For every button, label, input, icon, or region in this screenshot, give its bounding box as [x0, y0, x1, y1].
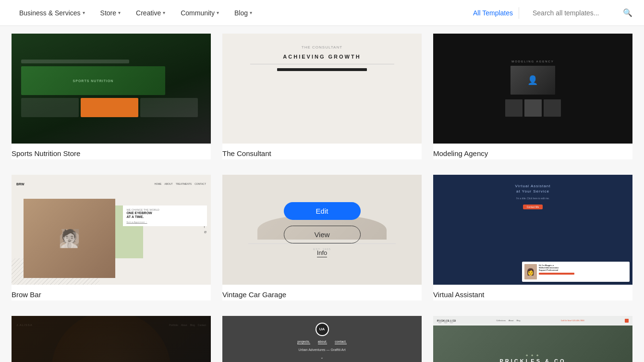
chevron-down-icon: ▾ — [118, 10, 121, 15]
card-label: Vintage Car Garage — [222, 285, 422, 301]
nav-divider — [519, 7, 519, 19]
chevron-down-icon: ▾ — [163, 10, 165, 15]
card-thumb-food[interactable]: J.ALISSA Portfolio About Blog Contact — [12, 316, 211, 362]
nav-label-creative: Creative — [136, 9, 161, 17]
card-thumb-plant[interactable]: PRICKLES & CO Collections About Blog Cal… — [433, 316, 632, 362]
edit-button[interactable]: Edit — [73, 350, 150, 362]
edit-button[interactable]: Edit — [495, 209, 571, 227]
chevron-down-icon: ▾ — [250, 10, 252, 15]
card-label: Sports Nutrition Store — [12, 144, 211, 159]
view-button[interactable]: View — [495, 91, 571, 109]
card-thumb-browbar[interactable]: BRW HOME ABOUT TREATMENTS CONTACT — [12, 175, 211, 285]
edit-button[interactable]: Edit — [73, 68, 150, 85]
card-thumb-virtual[interactable]: Virtual Assistantat Your Service I'm a t… — [433, 175, 632, 285]
nav-label-community: Community — [181, 9, 215, 17]
card-label: Brow Bar — [12, 285, 211, 301]
card-thumb-modeling[interactable]: MODELING AGENCY 👤 Ed — [433, 34, 632, 144]
edit-button[interactable]: Edit — [284, 202, 361, 220]
templates-grid-container: SPORTS NUTRITION Edit View — [0, 26, 644, 362]
card-modeling: MODELING AGENCY 👤 Ed — [433, 34, 632, 159]
nav-item-community[interactable]: Community ▾ — [173, 0, 227, 26]
view-button[interactable]: View — [495, 232, 571, 250]
card-thumb-consultant[interactable]: THE CONSULTANT ACHIEVING GROWTH Edit Vie… — [222, 34, 422, 144]
templates-grid: SPORTS NUTRITION Edit View — [12, 34, 632, 362]
card-thumb-vintage[interactable]: VINTAGE CAR GARAGE EST. 1965 Edit View I… — [222, 175, 422, 285]
nav-item-store[interactable]: Store ▾ — [93, 0, 128, 26]
all-templates-link[interactable]: All Templates — [473, 9, 513, 17]
view-button[interactable]: View — [284, 226, 361, 243]
nav-label-business: Business & Services — [19, 9, 81, 17]
view-button[interactable]: View — [284, 91, 361, 109]
card-label: The Consultant — [222, 144, 422, 159]
card-food: J.ALISSA Portfolio About Blog Contact — [12, 316, 211, 362]
card-overlay-visible: Edit View Info — [222, 175, 422, 285]
card-virtual: Virtual Assistantat Your Service I'm a t… — [433, 175, 632, 301]
nav-links: Business & Services ▾ Store ▾ Creative ▾… — [12, 0, 473, 26]
card-thumb-sports[interactable]: SPORTS NUTRITION Edit View — [12, 34, 211, 144]
search-input[interactable] — [533, 9, 619, 17]
card-browbar: BRW HOME ABOUT TREATMENTS CONTACT — [12, 175, 211, 301]
window-dots — [438, 320, 453, 324]
main-nav: Business & Services ▾ Store ▾ Creative ▾… — [0, 0, 644, 26]
chevron-down-icon: ▾ — [83, 10, 85, 15]
nav-search: 🔍 — [533, 8, 632, 17]
chevron-down-icon: ▾ — [217, 10, 219, 15]
view-button[interactable]: View — [73, 91, 150, 109]
nav-label-blog: Blog — [234, 9, 248, 17]
search-icon[interactable]: 🔍 — [623, 8, 632, 17]
dot — [438, 320, 442, 324]
edit-button[interactable]: Edit — [495, 68, 571, 85]
card-graffiti: UA projects. about. contact. Urban Adven… — [222, 316, 422, 362]
card-label: Virtual Assistant — [433, 285, 632, 301]
nav-item-business[interactable]: Business & Services ▾ — [12, 0, 93, 26]
info-tab[interactable]: Info — [317, 249, 328, 257]
nav-label-store: Store — [100, 9, 116, 17]
dot — [444, 320, 448, 324]
card-vintage: VINTAGE CAR GARAGE EST. 1965 Edit View I… — [222, 175, 422, 301]
nav-item-creative[interactable]: Creative ▾ — [128, 0, 173, 26]
dot — [450, 320, 453, 324]
edit-button[interactable]: Edit — [284, 68, 361, 85]
nav-item-blog[interactable]: Blog ▾ — [227, 0, 260, 26]
edit-button[interactable]: Edit — [284, 350, 361, 362]
card-plant: PRICKLES & CO Collections About Blog Cal… — [433, 316, 632, 362]
card-sports-nutrition: SPORTS NUTRITION Edit View — [12, 34, 211, 159]
card-label: Modeling Agency — [433, 144, 632, 159]
card-thumb-graffiti[interactable]: UA projects. about. contact. Urban Adven… — [222, 316, 422, 362]
card-consultant: THE CONSULTANT ACHIEVING GROWTH Edit Vie… — [222, 34, 422, 159]
